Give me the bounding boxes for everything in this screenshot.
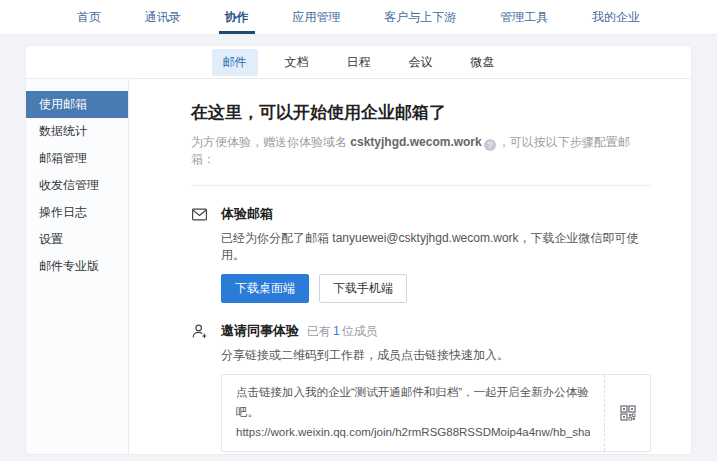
nav-item-contacts[interactable]: 通讯录 [139,3,187,34]
tab-docs[interactable]: 文档 [274,49,320,76]
tab-bar: 邮件 文档 日程 会议 微盘 [26,46,691,79]
nav-item-home[interactable]: 首页 [71,3,107,34]
subtitle-prefix: 为方便体验，赠送你体验域名 [191,135,350,149]
trial-mailbox-desc: 已经为你分配了邮箱 tanyuewei@csktyjhgd.wecom.work… [221,230,651,264]
envelope-icon [191,205,209,303]
member-count-note: 已有1位成员 [307,323,378,340]
main-content: 在这里，可以开始使用企业邮箱了 为方便体验，赠送你体验域名 csktyjhgd.… [129,79,691,454]
member-prefix: 已有 [307,324,331,338]
trial-mailbox-content: 体验邮箱 已经为你分配了邮箱 tanyuewei@csktyjhgd.wecom… [221,205,651,303]
tab-mail[interactable]: 邮件 [212,49,258,76]
nav-item-my-company[interactable]: 我的企业 [586,3,646,34]
page-subtitle: 为方便体验，赠送你体验域名 csktyjhgd.wecom.work?，可以按以… [191,134,651,168]
invite-desc: 分享链接或二维码到工作群，成员点击链接快速加入。 [221,347,651,364]
content-card: 邮件 文档 日程 会议 微盘 使用邮箱 数据统计 邮箱管理 收发信管理 操作日志… [25,45,692,455]
share-link-box: 点击链接加入我的企业“测试开通邮件和归档”，一起开启全新办公体验吧。 https… [221,374,651,452]
invite-title: 邀请同事体验 [221,322,299,340]
trial-domain: csktyjhgd.wecom.work [350,135,481,149]
section-trial-mailbox: 体验邮箱 已经为你分配了邮箱 tanyuewei@csktyjhgd.wecom… [191,205,651,303]
sidebar-item-operation-log[interactable]: 操作日志 [26,199,128,226]
nav-item-customers[interactable]: 客户与上下游 [378,3,462,34]
top-navigation: 首页 通讯录 协作 应用管理 客户与上下游 管理工具 我的企业 [0,0,717,35]
share-text-line: 点击链接加入我的企业“测试开通邮件和归档”，一起开启全新办公体验吧。 [236,383,590,422]
sidebar: 使用邮箱 数据统计 邮箱管理 收发信管理 操作日志 设置 邮件专业版 [26,79,129,454]
share-url: https://work.weixin.qq.com/join/h2rmRSG8… [236,426,590,438]
nav-item-apps[interactable]: 应用管理 [286,3,346,34]
sidebar-item-settings[interactable]: 设置 [26,226,128,253]
divider [191,185,651,186]
tab-calendar[interactable]: 日程 [336,49,382,76]
page-title: 在这里，可以开始使用企业邮箱了 [191,101,651,124]
member-suffix: 位成员 [342,324,378,338]
sidebar-item-mail-pro[interactable]: 邮件专业版 [26,253,128,280]
member-count: 1 [333,324,340,338]
section-invite: 邀请同事体验 已有1位成员 分享链接或二维码到工作群，成员点击链接快速加入。 点… [191,322,651,455]
sidebar-item-statistics[interactable]: 数据统计 [26,118,128,145]
nav-item-collaboration[interactable]: 协作 [219,3,255,34]
person-plus-icon [191,322,209,455]
download-desktop-button[interactable]: 下载桌面端 [221,274,309,303]
tab-drive[interactable]: 微盘 [460,49,506,76]
trial-mailbox-title: 体验邮箱 [221,205,273,223]
card-body: 使用邮箱 数据统计 邮箱管理 收发信管理 操作日志 设置 邮件专业版 在这里，可… [26,79,691,454]
qr-code-icon[interactable] [604,375,650,451]
sidebar-item-send-receive-management[interactable]: 收发信管理 [26,172,128,199]
sidebar-item-use-mailbox[interactable]: 使用邮箱 [26,91,128,118]
nav-item-admin-tools[interactable]: 管理工具 [494,3,554,34]
tab-meeting[interactable]: 会议 [398,49,444,76]
share-texts: 点击链接加入我的企业“测试开通邮件和归档”，一起开启全新办公体验吧。 https… [222,375,604,451]
info-icon[interactable]: ? [484,139,496,151]
invite-content: 邀请同事体验 已有1位成员 分享链接或二维码到工作群，成员点击链接快速加入。 点… [221,322,651,455]
sidebar-item-mailbox-management[interactable]: 邮箱管理 [26,145,128,172]
download-mobile-button[interactable]: 下载手机端 [319,274,407,303]
